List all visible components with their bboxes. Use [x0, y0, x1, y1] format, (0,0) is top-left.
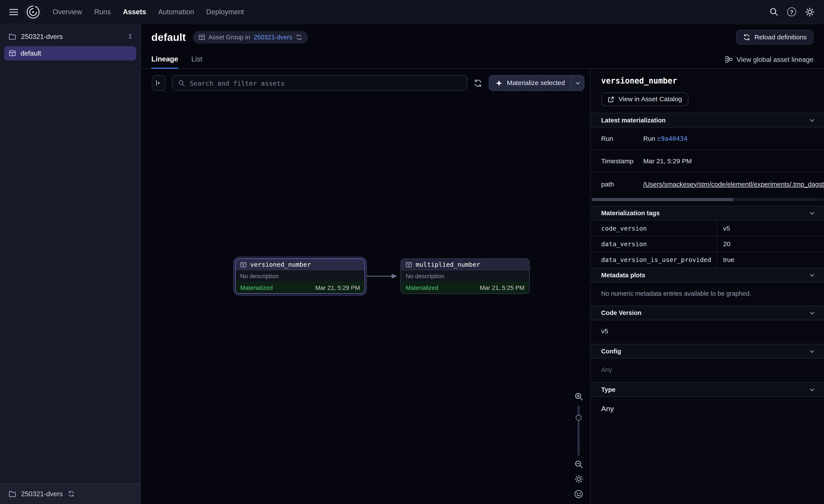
search-icon[interactable] [769, 7, 778, 16]
asset-node-header: versioned_number [235, 259, 365, 270]
chevron-down-icon [809, 117, 815, 123]
section-metadata-plots[interactable]: Metadata plots [591, 268, 824, 282]
dagster-app: Overview Runs Assets Automation Deployme… [0, 0, 824, 504]
horizontal-scrollbar-thumb[interactable] [592, 198, 733, 201]
section-title: Metadata plots [601, 271, 645, 279]
run-id-link[interactable]: c9a40434 [657, 135, 687, 142]
sync-icon[interactable] [68, 490, 75, 497]
section-type[interactable]: Type [591, 382, 824, 397]
search-input[interactable] [190, 79, 460, 87]
feedback-smiley-icon[interactable] [574, 489, 584, 499]
section-latest-materialization[interactable]: Latest materialization [591, 113, 824, 128]
sidebar-group-name: 250321-dvers [21, 32, 63, 40]
asset-details-panel: versioned_number View in Asset Catalog L… [590, 69, 824, 504]
main-area: default Asset Group in 250321-dvers Re [141, 24, 824, 504]
tabs-row: Lineage List View global asset lineage [141, 50, 824, 69]
section-code-version[interactable]: Code Version [591, 306, 824, 321]
section-config[interactable]: Config [591, 344, 824, 359]
view-in-asset-catalog-button[interactable]: View in Asset Catalog [601, 92, 688, 106]
lineage-canvas[interactable]: Materialize selected [141, 69, 590, 504]
chevron-down-icon [809, 272, 815, 278]
horizontal-scrollbar[interactable] [591, 198, 824, 201]
asset-name-title: versioned_number [601, 76, 814, 86]
type-value: Any [591, 397, 824, 421]
section-materialization-tags[interactable]: Materialization tags [591, 206, 824, 221]
sidebar-item-label: default [21, 49, 41, 57]
asset-table-icon [198, 34, 205, 40]
materialize-selected-button[interactable]: Materialize selected [489, 76, 571, 91]
section-title: Latest materialization [601, 117, 666, 124]
kv-value: Mar 21, 5:29 PM [643, 157, 824, 165]
tag-row: data_version 20 [591, 236, 824, 252]
asset-table-icon [240, 261, 246, 268]
asset-node-multiplied_number[interactable]: multiplied_number No description Materia… [401, 258, 530, 294]
asset-node-versioned_number[interactable]: versioned_number No description Material… [235, 258, 365, 294]
materialize-dropdown-button[interactable] [571, 76, 584, 91]
panel-toggle-icon[interactable] [152, 75, 166, 91]
sidebar-group-count: 1 [128, 32, 132, 40]
run-prefix: Run [643, 135, 657, 142]
lineage-edge [365, 272, 402, 280]
asset-table-icon [406, 261, 412, 268]
tag-row: code_version v5 [591, 221, 824, 236]
zoom-slider[interactable] [575, 405, 582, 456]
materialization-path-row: path /Users/smackesey/stm/code/elementl/… [591, 173, 824, 195]
tag-value: 20 [717, 236, 824, 251]
tag-row: data_version_is_user_provided true [591, 252, 824, 268]
asset-node-footer: Materialized Mar 21, 5:29 PM [235, 281, 365, 293]
nav-item-automation[interactable]: Automation [158, 8, 194, 16]
graph-settings-gear-icon[interactable] [574, 475, 583, 484]
lineage-toolbar: Materialize selected [152, 75, 584, 91]
asset-group-icon [9, 50, 16, 57]
nav-item-assets[interactable]: Assets [123, 8, 146, 16]
refresh-graph-icon[interactable] [473, 79, 482, 87]
primary-nav: Overview Runs Assets Automation Deployme… [53, 8, 256, 16]
view-global-asset-lineage-label: View global asset lineage [736, 55, 814, 63]
section-title: Config [601, 348, 621, 355]
menu-icon[interactable] [7, 5, 20, 18]
kv-label: Run [601, 135, 643, 142]
materialized-timestamp: Mar 21, 5:25 PM [480, 284, 524, 290]
materialized-status: Materialized [406, 284, 438, 290]
asset-node-name: multiplied_number [416, 261, 480, 268]
help-icon[interactable]: ? [787, 7, 796, 16]
asset-search-box [172, 75, 467, 91]
reload-definitions-button[interactable]: Reload definitions [736, 30, 814, 44]
sidebar-item-default[interactable]: default [4, 46, 136, 60]
nav-item-overview[interactable]: Overview [53, 8, 82, 16]
tab-list[interactable]: List [191, 50, 202, 69]
chevron-down-icon [809, 349, 815, 354]
top-nav: Overview Runs Assets Automation Deployme… [0, 0, 824, 24]
tag-key: data_version [591, 236, 717, 251]
tag-value: v5 [717, 221, 824, 236]
zoom-slider-thumb[interactable] [576, 415, 582, 421]
sync-icon[interactable] [296, 34, 302, 40]
dagster-logo[interactable] [24, 3, 42, 21]
section-title: Materialization tags [601, 209, 660, 217]
path-link[interactable]: /Users/smackesey/stm/code/elementl/exper… [643, 180, 824, 188]
reload-icon [743, 33, 750, 41]
materialized-status: Materialized [240, 284, 273, 290]
badge-group-link[interactable]: 250321-dvers [254, 33, 292, 41]
view-global-asset-lineage-link[interactable]: View global asset lineage [725, 50, 813, 69]
nav-item-runs[interactable]: Runs [94, 8, 111, 16]
asset-node-description: No description [235, 270, 365, 281]
nav-item-deployment[interactable]: Deployment [206, 8, 244, 16]
view-in-asset-catalog-label: View in Asset Catalog [619, 96, 682, 103]
asset-node-header: multiplied_number [401, 259, 529, 270]
gear-icon[interactable] [805, 7, 815, 17]
materialize-split-button: Materialize selected [489, 75, 584, 91]
lineage-icon [725, 55, 732, 63]
tab-lineage[interactable]: Lineage [151, 50, 178, 69]
sidebar-group-row[interactable]: 250321-dvers 1 [0, 28, 140, 44]
sidebar-footer-code-location[interactable]: 250321-dvers [0, 483, 140, 504]
tag-key: code_version [591, 221, 717, 236]
materialization-run-row: Run Run c9a40434 [591, 128, 824, 150]
asset-node-name: versioned_number [250, 261, 311, 268]
external-link-icon [608, 96, 614, 103]
zoom-in-icon[interactable] [574, 392, 583, 401]
asset-node-footer: Materialized Mar 21, 5:25 PM [401, 281, 529, 293]
zoom-controls [574, 392, 584, 499]
chevron-down-icon [809, 387, 815, 393]
zoom-out-icon[interactable] [574, 460, 583, 469]
